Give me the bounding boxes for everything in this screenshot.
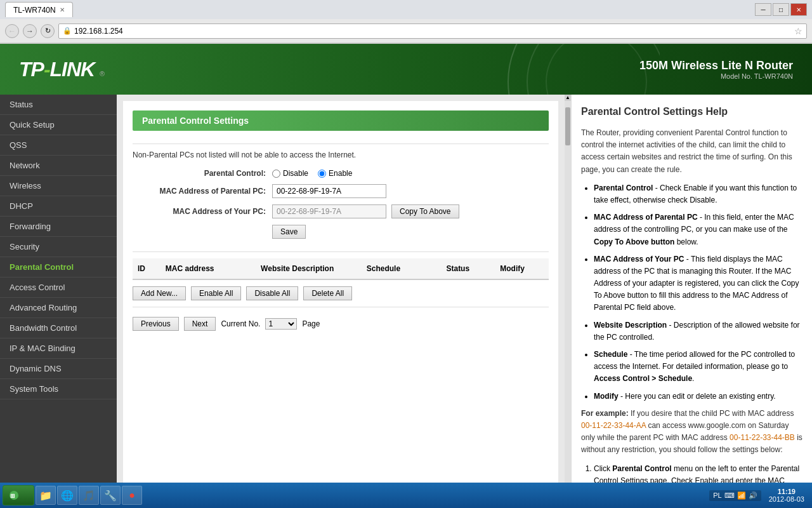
- clock-time: 11:19: [769, 488, 804, 495]
- mac-your-row: MAC Address of Your PC: Copy To Above: [133, 204, 549, 218]
- help-intro: The Router, providing convenient Parenta…: [581, 127, 802, 176]
- header-model: Model No. TL-WR740N: [639, 72, 793, 80]
- help-term-schedule: Schedule: [594, 350, 627, 359]
- form-note: Non-Parental PCs not listed will not be …: [133, 150, 549, 159]
- sidebar-item-wireless[interactable]: Wireless: [0, 176, 117, 196]
- enable-option[interactable]: Enable: [318, 169, 352, 178]
- page-title: Parental Control Settings: [133, 110, 549, 131]
- taskbar-right: PL ⌨ 📶 🔊 11:19 2012-08-03: [709, 488, 809, 503]
- delete-all-btn[interactable]: Delete All: [303, 286, 352, 300]
- taskbar-media[interactable]: 🎵: [79, 486, 99, 505]
- taskbar-sys-tray: PL ⌨ 📶 🔊: [709, 490, 761, 501]
- sidebar-item-status[interactable]: Status: [0, 95, 117, 115]
- mac-parental-label: MAC Address of Parental PC:: [133, 187, 272, 196]
- sidebar-item-network[interactable]: Network: [0, 156, 117, 176]
- mac-parental-control: 00-22-68-9F-19-7A: [272, 184, 386, 198]
- parental-control-row: Parental Control: Disable Enable: [133, 169, 549, 178]
- sidebar-item-quick-setup[interactable]: Quick Setup: [0, 115, 117, 135]
- logo: TP-LINK ®: [19, 58, 104, 81]
- help-item-website-desc: Website Description - Description of the…: [594, 319, 802, 344]
- help-list: Parental Control - Check Enable if you w…: [594, 182, 802, 403]
- scroll-track[interactable]: [565, 101, 571, 502]
- header-info: 150M Wireless Lite N Router Model No. TL…: [639, 59, 793, 80]
- main-container: Status Quick Setup QSS Network Wireless …: [0, 95, 812, 508]
- help-term-mac-your: MAC Address of Your PC: [594, 255, 684, 264]
- help-desc-modify: - Here you can edit or delete an existin…: [620, 392, 776, 401]
- content-area: Parental Control Settings Non-Parental P…: [117, 95, 565, 508]
- page-select[interactable]: 1: [265, 318, 297, 330]
- sidebar-item-system-tools[interactable]: System Tools: [0, 379, 117, 399]
- parental-control-options: Disable Enable: [272, 169, 352, 178]
- sidebar-item-parental-control[interactable]: Parental Control: [0, 257, 117, 277]
- maximize-btn[interactable]: □: [773, 3, 789, 16]
- save-btn[interactable]: Save: [272, 225, 306, 239]
- parental-control-label: Parental Control:: [133, 169, 272, 178]
- mac-parental-row: MAC Address of Parental PC: 00-22-68-9F-…: [133, 184, 549, 198]
- minimize-btn[interactable]: ─: [755, 3, 771, 16]
- back-btn[interactable]: ←: [5, 24, 19, 38]
- browser-chrome: TL-WR740N ✕ ─ □ ✕ ← → ↻ 🔒 192.168.1.254 …: [0, 0, 812, 44]
- help-term-mac-parental: MAC Address of Parental PC: [594, 213, 698, 222]
- forward-btn[interactable]: →: [23, 24, 37, 38]
- browser-tab[interactable]: TL-WR740N ✕: [5, 2, 73, 17]
- window-controls: ─ □ ✕: [755, 3, 807, 16]
- disable-all-btn[interactable]: Disable All: [246, 286, 298, 300]
- enable-label: Enable: [329, 169, 352, 178]
- copy-to-above-btn[interactable]: Copy To Above: [391, 204, 459, 218]
- example-mac1: 00-11-22-33-44-AA: [581, 421, 646, 430]
- next-btn[interactable]: Next: [184, 317, 216, 331]
- keyboard-icon: ⌨: [724, 491, 735, 500]
- previous-btn[interactable]: Previous: [133, 317, 179, 331]
- sidebar-item-advanced-routing[interactable]: Advanced Routing: [0, 298, 117, 318]
- add-new-btn[interactable]: Add New...: [133, 286, 186, 300]
- tab-close-btn[interactable]: ✕: [60, 6, 65, 13]
- current-no-label: Current No.: [221, 319, 260, 328]
- sidebar-item-access-control[interactable]: Access Control: [0, 277, 117, 298]
- scrollbar[interactable]: ▲ ▼: [565, 95, 571, 508]
- mac-parental-input[interactable]: 00-22-68-9F-19-7A: [272, 184, 386, 198]
- help-term-modify: Modify: [594, 392, 619, 401]
- taskbar-chrome[interactable]: ●: [122, 486, 142, 505]
- table-header: ID MAC address Website Description Sched…: [133, 258, 549, 280]
- disable-radio[interactable]: [272, 170, 280, 178]
- lang-indicator: PL: [713, 491, 721, 499]
- taskbar-ie[interactable]: 🌐: [57, 486, 77, 505]
- sidebar-item-bandwidth-control[interactable]: Bandwidth Control: [0, 318, 117, 338]
- page: TP-LINK ® 150M Wireless Lite N Router Mo…: [0, 44, 812, 508]
- example-mac2: 00-11-22-33-44-BB: [730, 433, 795, 442]
- mac-your-input[interactable]: [272, 204, 386, 218]
- sidebar-item-dhcp[interactable]: DHCP: [0, 196, 117, 217]
- address-bar[interactable]: 🔒 192.168.1.254 ☆: [58, 23, 807, 39]
- enable-all-btn[interactable]: Enable All: [191, 286, 241, 300]
- address-text: 192.168.1.254: [74, 27, 792, 36]
- browser-toolbar: ← → ↻ 🔒 192.168.1.254 ☆: [0, 19, 812, 43]
- sidebar-item-security[interactable]: Security: [0, 237, 117, 257]
- col-website-desc: Website Description: [256, 262, 362, 276]
- close-btn[interactable]: ✕: [790, 3, 807, 16]
- page-label: Page: [302, 319, 320, 328]
- enable-radio[interactable]: [318, 170, 326, 178]
- sidebar-item-forwarding[interactable]: Forwarding: [0, 217, 117, 237]
- help-panel: Parental Control Settings Help The Route…: [571, 95, 812, 508]
- taskbar-clock[interactable]: 11:19 2012-08-03: [764, 488, 809, 503]
- sidebar-item-dynamic-dns[interactable]: Dynamic DNS: [0, 359, 117, 379]
- taskbar-app1[interactable]: 🔧: [100, 486, 121, 505]
- disable-option[interactable]: Disable: [272, 169, 308, 178]
- taskbar-explorer[interactable]: 📁: [36, 486, 56, 505]
- help-item-mac-parental: MAC Address of Parental PC - In this fie…: [594, 211, 802, 248]
- help-item-modify: Modify - Here you can edit or delete an …: [594, 391, 802, 403]
- help-title: Parental Control Settings Help: [581, 104, 802, 119]
- col-id: ID: [133, 262, 160, 276]
- bookmark-icon[interactable]: ☆: [794, 26, 802, 36]
- start-button[interactable]: ⊞: [3, 485, 34, 505]
- page-header: TP-LINK ® 150M Wireless Lite N Router Mo…: [0, 44, 812, 95]
- scroll-thumb[interactable]: [565, 107, 570, 145]
- media-icon: 🎵: [82, 490, 95, 502]
- taskbar: ⊞ 📁 🌐 🎵 🔧 ● PL ⌨ 📶 🔊 11:19 2012-08-03: [0, 483, 812, 508]
- explorer-icon: 📁: [39, 490, 52, 502]
- volume-icon: 🔊: [749, 491, 757, 500]
- refresh-btn[interactable]: ↻: [41, 24, 55, 38]
- content-inner: Parental Control Settings Non-Parental P…: [123, 101, 558, 502]
- sidebar-item-ip-mac-binding[interactable]: IP & MAC Binding: [0, 338, 117, 359]
- sidebar-item-qss[interactable]: QSS: [0, 135, 117, 156]
